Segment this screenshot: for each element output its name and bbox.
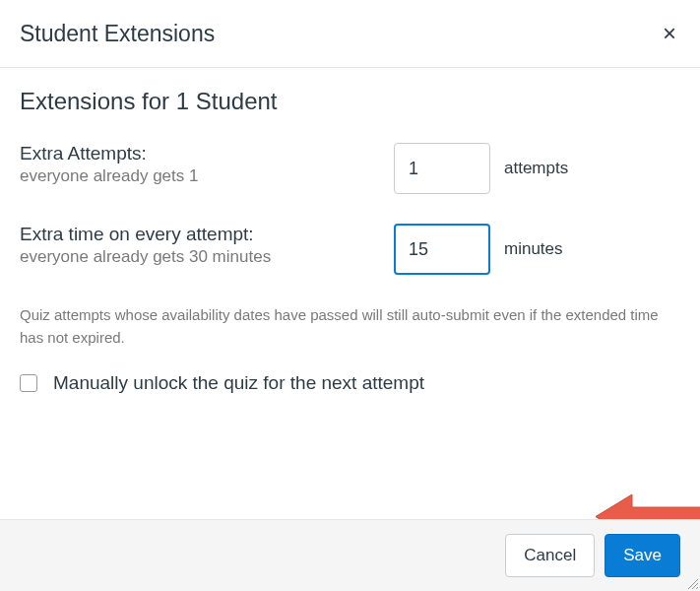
- modal-header: Student Extensions ×: [0, 0, 700, 68]
- unlock-checkbox[interactable]: [20, 374, 37, 392]
- modal-body: Extensions for 1 Student Extra Attempts:…: [0, 68, 700, 424]
- extra-attempts-input-group: attempts: [394, 143, 568, 194]
- extra-time-input[interactable]: [394, 224, 490, 275]
- modal-title: Student Extensions: [20, 21, 215, 47]
- extra-time-unit: minutes: [504, 239, 563, 259]
- extra-attempts-sublabel: everyone already gets 1: [20, 166, 394, 186]
- close-icon[interactable]: ×: [659, 20, 680, 47]
- extra-time-input-group: minutes: [394, 224, 563, 275]
- extra-time-label: Extra time on every attempt:: [20, 224, 394, 245]
- extra-attempts-row: Extra Attempts: everyone already gets 1 …: [20, 143, 680, 194]
- unlock-checkbox-label[interactable]: Manually unlock the quiz for the next at…: [53, 372, 424, 394]
- hint-text: Quiz attempts whose availability dates h…: [20, 304, 680, 349]
- unlock-checkbox-row: Manually unlock the quiz for the next at…: [20, 372, 680, 394]
- cancel-button[interactable]: Cancel: [505, 534, 595, 577]
- extra-time-sublabel: everyone already gets 30 minutes: [20, 247, 394, 267]
- extra-attempts-label-group: Extra Attempts: everyone already gets 1: [20, 143, 394, 186]
- extra-time-row: Extra time on every attempt: everyone al…: [20, 224, 680, 275]
- modal-footer: Cancel Save: [0, 519, 700, 591]
- extra-attempts-label: Extra Attempts:: [20, 143, 394, 164]
- extra-attempts-input[interactable]: [394, 143, 490, 194]
- subtitle: Extensions for 1 Student: [20, 88, 680, 115]
- extra-time-label-group: Extra time on every attempt: everyone al…: [20, 224, 394, 267]
- extra-attempts-unit: attempts: [504, 159, 568, 178]
- save-button[interactable]: Save: [605, 534, 680, 577]
